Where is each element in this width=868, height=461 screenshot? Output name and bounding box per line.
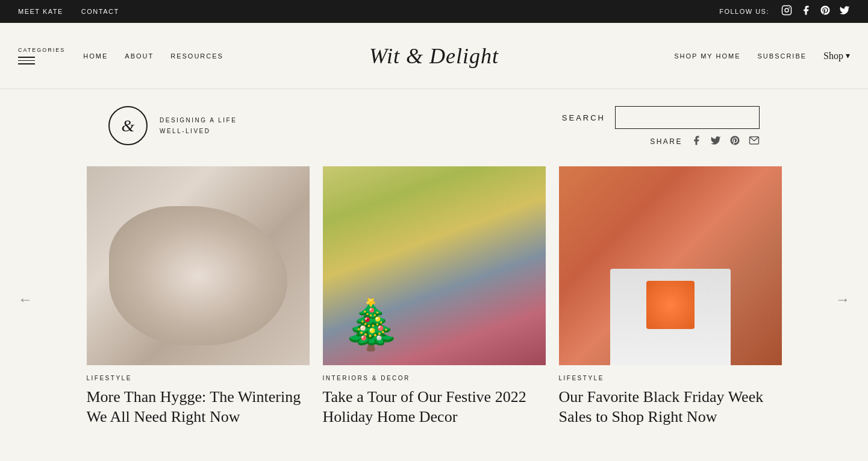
- facebook-icon[interactable]: [801, 5, 811, 18]
- top-bar: Meet Kate Contact Follow Us:: [0, 0, 868, 23]
- tagline-line1: Designing a Life: [160, 115, 237, 126]
- svg-point-1: [785, 8, 788, 12]
- instagram-icon[interactable]: [781, 5, 792, 18]
- shop-label: Shop: [823, 51, 843, 61]
- card-2: Interiors & Decor Take a Tour of Our Fes…: [323, 166, 546, 427]
- svg-rect-0: [782, 6, 792, 15]
- share-facebook-icon[interactable]: [691, 135, 702, 148]
- shop-dropdown-btn[interactable]: Shop ▾: [823, 51, 850, 61]
- contact-link[interactable]: Contact: [81, 8, 119, 15]
- cards-row: Lifestyle More Than Hygge: The Wintering…: [36, 166, 832, 427]
- shop-my-home-link[interactable]: Shop My Home: [674, 52, 740, 60]
- pinterest-icon[interactable]: [820, 5, 831, 18]
- card-2-category: Interiors & Decor: [323, 375, 546, 381]
- nav-home[interactable]: Home: [83, 52, 108, 60]
- nav-resources[interactable]: Resources: [170, 52, 223, 60]
- tagline-text: Designing a Life Well-Lived: [160, 115, 237, 137]
- header-left: Categories Home About Resources: [18, 47, 223, 64]
- card-1-category: Lifestyle: [87, 375, 310, 381]
- twitter-icon[interactable]: [839, 5, 850, 18]
- sub-header: & Designing a Life Well-Lived Search Sha…: [0, 89, 868, 160]
- search-share-block: Search Share: [562, 106, 760, 148]
- svg-point-2: [788, 7, 790, 8]
- share-email-icon[interactable]: [749, 135, 760, 148]
- search-input[interactable]: [615, 106, 760, 129]
- search-row: Search: [562, 106, 760, 129]
- main-nav: Home About Resources: [83, 52, 223, 60]
- hamburger-icon: [18, 57, 35, 64]
- nav-about[interactable]: About: [125, 52, 154, 60]
- meet-kate-link[interactable]: Meet Kate: [18, 8, 63, 15]
- card-1: Lifestyle More Than Hygge: The Wintering…: [87, 166, 310, 427]
- categories-menu[interactable]: Categories: [18, 47, 65, 64]
- card-3: Lifestyle Our Favorite Black Friday Week…: [559, 166, 782, 427]
- share-label: Share: [650, 137, 682, 146]
- tagline-line2: Well-Lived: [160, 126, 237, 137]
- site-logo[interactable]: Wit & Delight: [369, 43, 499, 69]
- carousel-prev-button[interactable]: ←: [12, 285, 39, 314]
- ampersand-symbol: &: [122, 116, 135, 136]
- main-header: Categories Home About Resources Wit & De…: [0, 23, 868, 89]
- categories-label: Categories: [18, 47, 65, 53]
- follow-label: Follow Us:: [719, 8, 769, 15]
- carousel-section: ← Lifestyle More Than Hygge: The Winteri…: [0, 160, 868, 439]
- share-block: Share: [650, 135, 760, 148]
- card-2-image[interactable]: [323, 166, 546, 365]
- card-1-title[interactable]: More Than Hygge: The Wintering We All Ne…: [87, 387, 310, 427]
- subscribe-link[interactable]: Subscribe: [758, 52, 807, 60]
- top-bar-left: Meet Kate Contact: [18, 8, 119, 15]
- card-3-title[interactable]: Our Favorite Black Friday Week Sales to …: [559, 387, 782, 427]
- card-3-image[interactable]: [559, 166, 782, 365]
- share-pinterest-icon[interactable]: [729, 135, 740, 148]
- ampersand-logo: &: [108, 106, 148, 145]
- tagline-block: & Designing a Life Well-Lived: [108, 106, 237, 145]
- header-right: Shop My Home Subscribe Shop ▾: [674, 51, 850, 61]
- card-3-category: Lifestyle: [559, 375, 782, 381]
- card-1-image[interactable]: [87, 166, 310, 365]
- share-twitter-icon[interactable]: [710, 135, 721, 148]
- carousel-next-button[interactable]: →: [829, 285, 856, 314]
- card-2-title[interactable]: Take a Tour of Our Festive 2022 Holiday …: [323, 387, 546, 427]
- search-label: Search: [562, 113, 605, 122]
- shop-chevron-down-icon: ▾: [846, 51, 850, 61]
- top-bar-right: Follow Us:: [719, 5, 850, 18]
